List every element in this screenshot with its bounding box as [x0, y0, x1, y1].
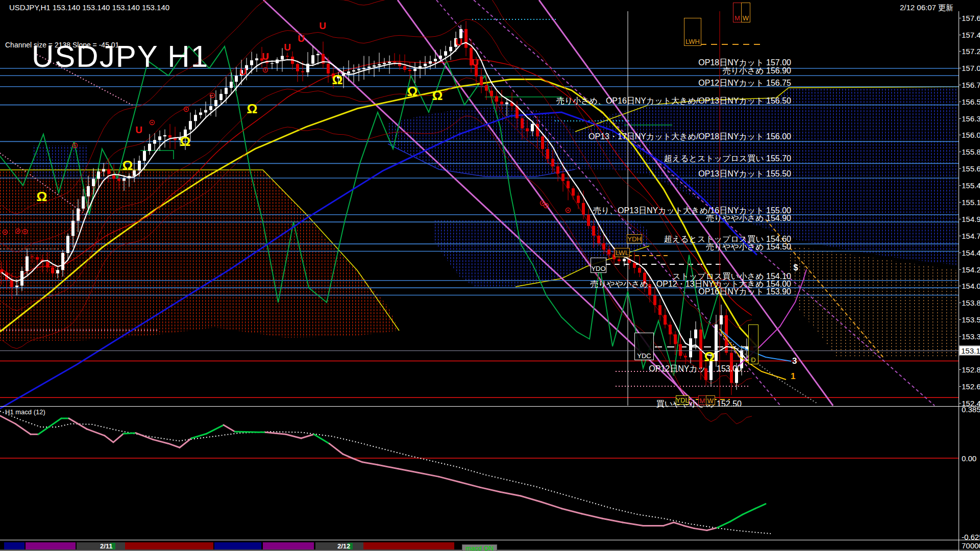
price-axis-tick: 154.255 [962, 265, 980, 273]
candle-body [82, 196, 85, 209]
candle-body [607, 249, 610, 255]
candle-body [56, 270, 59, 273]
macd-main-line [755, 504, 766, 509]
ichimoku-cloud-blue [33, 145, 87, 177]
timeline-segment[interactable] [214, 542, 261, 549]
macd-main-line [15, 423, 31, 434]
omega-marker-icon: Ω [247, 101, 258, 116]
period-label-box-w: W [741, 3, 750, 22]
macd-main-line [69, 418, 87, 429]
candle-body [684, 356, 687, 358]
tick-mark [959, 152, 961, 152]
macd-axis-tick: 0.385 [962, 405, 980, 414]
price-axis-tick: 153.340 [962, 332, 980, 340]
candle-body [286, 56, 289, 57]
price-axis-tick: 155.860 [962, 147, 980, 156]
period-label-box-w: W [706, 395, 715, 405]
candle-body [669, 324, 672, 334]
candle-body [592, 226, 595, 236]
candle-body [163, 135, 166, 136]
candle-body [567, 181, 570, 188]
macd-main-line [343, 454, 352, 458]
candle-body [531, 124, 534, 131]
price-axis-tick: 156.090 [962, 131, 980, 139]
candle-body [597, 236, 600, 243]
candle-body [301, 71, 304, 72]
price-chart-canvas[interactable]: ΩΩΩΩΩΩΩΩUUUUUUUU$ [0, 0, 980, 551]
candle-body [199, 112, 202, 115]
candle-body [602, 243, 605, 249]
price-axis-tick: 153.800 [962, 298, 980, 307]
timeline-segment[interactable] [26, 542, 76, 549]
omega-marker-icon: Ω [37, 189, 47, 204]
macd-axis-tick: 70000 [962, 541, 980, 550]
timeline-segment[interactable] [4, 542, 24, 549]
macd-main-line [113, 434, 124, 442]
omega-marker-icon: Ω [432, 88, 443, 103]
price-axis-tick: 156.315 [962, 114, 980, 123]
tick-mark [959, 236, 961, 236]
price-axis-tick: 157.235 [962, 47, 980, 56]
timeline-segment[interactable] [263, 542, 314, 549]
macd-main-line [378, 465, 398, 469]
candle-body [352, 70, 355, 71]
macd-main-line [561, 509, 582, 514]
macd-main-line [521, 496, 541, 502]
candle-body [230, 82, 233, 88]
tick-mark [959, 185, 961, 186]
tick-mark [959, 269, 961, 270]
price-axis-tick: 155.400 [962, 181, 980, 190]
macd-main-line [480, 487, 500, 492]
macd-main-line [38, 418, 61, 434]
candle-body [66, 236, 69, 253]
omega-marker-icon: Ω [407, 84, 418, 99]
candle-body [495, 96, 498, 102]
u-top-marker-icon: U [239, 66, 247, 77]
candle-body [541, 136, 544, 149]
macd-toggle-button[interactable]: macd ON [462, 544, 497, 551]
price-axis-tick: 154.485 [962, 248, 980, 257]
macd-main-line [684, 525, 694, 528]
omega-marker-icon: Ω [180, 134, 191, 149]
candle-body [31, 256, 34, 257]
candle-body [393, 62, 396, 62]
candle-body [403, 66, 406, 70]
candle-body [204, 110, 207, 113]
macd-main-line [717, 522, 730, 528]
candle-body [77, 209, 80, 221]
candle-body [143, 151, 146, 161]
projection-label: 1 [791, 371, 795, 382]
candle-body [51, 267, 54, 273]
price-axis-tick: 156.545 [962, 97, 980, 106]
price-axis-tick: 152.885 [962, 365, 980, 374]
macd-main-line [582, 514, 602, 518]
axis-border [959, 11, 959, 551]
candle-body [623, 259, 626, 261]
macd-main-line [301, 434, 314, 438]
circle-marker-dot [545, 205, 547, 206]
candle-body [464, 29, 468, 48]
macd-main-line [707, 528, 717, 530]
macd-main-line [362, 462, 378, 465]
timeline-date-label: 2/12 [337, 542, 350, 550]
candle-body [485, 85, 488, 91]
candle-body [189, 121, 192, 130]
candle-body [424, 64, 427, 66]
price-axis-tick: 156.775 [962, 81, 980, 89]
op-level-annotation: 売りやや小さめ 154.90 [706, 213, 791, 224]
tick-mark [959, 336, 961, 337]
symbol-ohlc-readout: USDJPY,H1 153.140 153.140 153.140 153.14… [9, 3, 169, 12]
candle-body [316, 54, 320, 55]
candle-body [148, 144, 151, 151]
candle-body [107, 169, 110, 174]
candle-body [311, 55, 314, 64]
timeline-segment[interactable] [125, 542, 213, 549]
tick-mark [959, 35, 961, 35]
circle-marker-dot [17, 230, 18, 232]
u-top-marker-icon: U [298, 33, 305, 44]
candle-body [653, 295, 656, 305]
timeline-segment[interactable] [363, 542, 454, 549]
tick-mark [959, 68, 961, 68]
period-label-box-m: M [733, 3, 742, 22]
circle-marker-dot [74, 144, 76, 146]
